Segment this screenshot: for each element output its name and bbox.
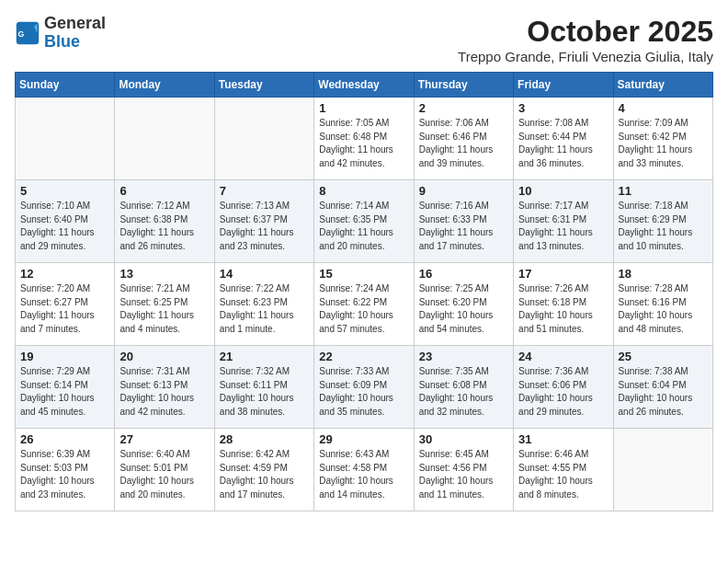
day-info: Sunrise: 6:39 AM Sunset: 5:03 PM Dayligh… (20, 448, 109, 501)
day-info: Sunrise: 7:08 AM Sunset: 6:44 PM Dayligh… (518, 117, 608, 170)
calendar-cell (214, 98, 313, 180)
calendar-cell: 31Sunrise: 6:46 AM Sunset: 4:55 PM Dayli… (514, 429, 613, 511)
day-info: Sunrise: 7:38 AM Sunset: 6:04 PM Dayligh… (619, 365, 708, 419)
day-number: 18 (619, 267, 708, 281)
day-number: 21 (220, 350, 309, 363)
day-info: Sunrise: 7:12 AM Sunset: 6:38 PM Dayligh… (119, 200, 209, 253)
calendar-cell: 16Sunrise: 7:25 AM Sunset: 6:20 PM Dayli… (414, 263, 513, 346)
calendar-cell: 30Sunrise: 6:45 AM Sunset: 4:56 PM Dayli… (414, 429, 513, 511)
day-info: Sunrise: 7:20 AM Sunset: 6:27 PM Dayligh… (20, 282, 109, 336)
calendar-cell: 14Sunrise: 7:22 AM Sunset: 6:23 PM Dayli… (214, 263, 313, 346)
day-number: 12 (20, 267, 109, 281)
day-number: 28 (220, 432, 309, 446)
day-number: 30 (419, 432, 508, 446)
day-info: Sunrise: 6:43 AM Sunset: 4:58 PM Dayligh… (319, 448, 408, 501)
calendar-cell: 2Sunrise: 7:06 AM Sunset: 6:46 PM Daylig… (414, 98, 513, 180)
day-number: 5 (20, 184, 109, 198)
month-title: October 2025 (458, 15, 713, 49)
day-number: 13 (119, 267, 209, 281)
calendar-cell: 4Sunrise: 7:09 AM Sunset: 6:42 PM Daylig… (613, 98, 712, 180)
day-number: 29 (319, 432, 408, 446)
day-number: 17 (518, 267, 608, 281)
day-info: Sunrise: 7:26 AM Sunset: 6:18 PM Dayligh… (518, 282, 608, 336)
day-info: Sunrise: 7:29 AM Sunset: 6:14 PM Dayligh… (20, 365, 109, 419)
day-info: Sunrise: 7:14 AM Sunset: 6:35 PM Dayligh… (319, 200, 408, 253)
calendar-cell: 12Sunrise: 7:20 AM Sunset: 6:27 PM Dayli… (16, 263, 115, 346)
day-number: 20 (119, 350, 209, 363)
calendar-cell: 20Sunrise: 7:31 AM Sunset: 6:13 PM Dayli… (115, 346, 214, 429)
day-info: Sunrise: 7:13 AM Sunset: 6:37 PM Dayligh… (220, 200, 309, 253)
calendar-cell: 3Sunrise: 7:08 AM Sunset: 6:44 PM Daylig… (514, 98, 613, 180)
calendar-cell: 9Sunrise: 7:16 AM Sunset: 6:33 PM Daylig… (414, 180, 513, 263)
day-info: Sunrise: 7:33 AM Sunset: 6:09 PM Dayligh… (319, 365, 408, 419)
calendar-cell: 21Sunrise: 7:32 AM Sunset: 6:11 PM Dayli… (214, 346, 313, 429)
weekday-header: Wednesday (314, 73, 414, 98)
calendar-cell (115, 98, 214, 180)
calendar-table: SundayMondayTuesdayWednesdayThursdayFrid… (15, 72, 713, 511)
day-info: Sunrise: 6:40 AM Sunset: 5:01 PM Dayligh… (119, 448, 209, 501)
day-info: Sunrise: 7:24 AM Sunset: 6:22 PM Dayligh… (319, 282, 408, 336)
day-info: Sunrise: 6:46 AM Sunset: 4:55 PM Dayligh… (518, 448, 608, 501)
day-number: 22 (319, 350, 408, 363)
location-title: Treppo Grande, Friuli Venezia Giulia, It… (458, 49, 713, 64)
calendar-week-row: 19Sunrise: 7:29 AM Sunset: 6:14 PM Dayli… (16, 346, 713, 429)
calendar-cell: 25Sunrise: 7:38 AM Sunset: 6:04 PM Dayli… (613, 346, 712, 429)
title-block: October 2025 Treppo Grande, Friuli Venez… (458, 15, 713, 64)
day-info: Sunrise: 7:05 AM Sunset: 6:48 PM Dayligh… (319, 117, 408, 170)
day-number: 6 (119, 184, 209, 198)
calendar-cell: 11Sunrise: 7:18 AM Sunset: 6:29 PM Dayli… (613, 180, 712, 263)
day-number: 9 (419, 184, 508, 198)
calendar-week-row: 5Sunrise: 7:10 AM Sunset: 6:40 PM Daylig… (16, 180, 713, 263)
logo-icon: G (15, 20, 40, 46)
day-info: Sunrise: 6:45 AM Sunset: 4:56 PM Dayligh… (419, 448, 508, 501)
calendar-cell (613, 429, 712, 511)
logo-text: General Blue (44, 15, 106, 52)
calendar-cell: 18Sunrise: 7:28 AM Sunset: 6:16 PM Dayli… (613, 263, 712, 346)
calendar-header-row: SundayMondayTuesdayWednesdayThursdayFrid… (16, 73, 713, 98)
calendar-week-row: 1Sunrise: 7:05 AM Sunset: 6:48 PM Daylig… (16, 98, 713, 180)
day-number: 14 (220, 267, 309, 281)
day-info: Sunrise: 7:09 AM Sunset: 6:42 PM Dayligh… (619, 117, 708, 170)
day-info: Sunrise: 7:06 AM Sunset: 6:46 PM Dayligh… (419, 117, 508, 170)
day-number: 24 (518, 350, 608, 363)
day-info: Sunrise: 7:31 AM Sunset: 6:13 PM Dayligh… (119, 365, 209, 419)
day-number: 1 (319, 101, 408, 115)
day-info: Sunrise: 7:17 AM Sunset: 6:31 PM Dayligh… (518, 200, 608, 253)
calendar-cell: 27Sunrise: 6:40 AM Sunset: 5:01 PM Dayli… (115, 429, 214, 511)
calendar-cell (16, 98, 115, 180)
calendar-cell: 22Sunrise: 7:33 AM Sunset: 6:09 PM Dayli… (314, 346, 414, 429)
day-number: 15 (319, 267, 408, 281)
day-number: 31 (518, 432, 608, 446)
day-info: Sunrise: 7:28 AM Sunset: 6:16 PM Dayligh… (619, 282, 708, 336)
weekday-header: Friday (514, 73, 613, 98)
page-header: G General Blue October 2025 Treppo Grand… (15, 15, 713, 64)
day-info: Sunrise: 7:36 AM Sunset: 6:06 PM Dayligh… (518, 365, 608, 419)
calendar-cell: 8Sunrise: 7:14 AM Sunset: 6:35 PM Daylig… (314, 180, 414, 263)
day-number: 26 (20, 432, 109, 446)
calendar-cell: 6Sunrise: 7:12 AM Sunset: 6:38 PM Daylig… (115, 180, 214, 263)
weekday-header: Monday (115, 73, 214, 98)
calendar-cell: 24Sunrise: 7:36 AM Sunset: 6:06 PM Dayli… (514, 346, 613, 429)
calendar-cell: 23Sunrise: 7:35 AM Sunset: 6:08 PM Dayli… (414, 346, 513, 429)
calendar-week-row: 26Sunrise: 6:39 AM Sunset: 5:03 PM Dayli… (16, 429, 713, 511)
day-number: 7 (220, 184, 309, 198)
calendar-cell: 7Sunrise: 7:13 AM Sunset: 6:37 PM Daylig… (214, 180, 313, 263)
calendar-cell: 26Sunrise: 6:39 AM Sunset: 5:03 PM Dayli… (16, 429, 115, 511)
day-number: 25 (619, 350, 708, 363)
day-info: Sunrise: 7:25 AM Sunset: 6:20 PM Dayligh… (419, 282, 508, 336)
day-info: Sunrise: 7:35 AM Sunset: 6:08 PM Dayligh… (419, 365, 508, 419)
day-number: 3 (518, 101, 608, 115)
day-info: Sunrise: 7:22 AM Sunset: 6:23 PM Dayligh… (220, 282, 309, 336)
calendar-cell: 17Sunrise: 7:26 AM Sunset: 6:18 PM Dayli… (514, 263, 613, 346)
day-info: Sunrise: 6:42 AM Sunset: 4:59 PM Dayligh… (220, 448, 309, 501)
weekday-header: Thursday (414, 73, 513, 98)
calendar-week-row: 12Sunrise: 7:20 AM Sunset: 6:27 PM Dayli… (16, 263, 713, 346)
calendar-cell: 13Sunrise: 7:21 AM Sunset: 6:25 PM Dayli… (115, 263, 214, 346)
calendar-cell: 29Sunrise: 6:43 AM Sunset: 4:58 PM Dayli… (314, 429, 414, 511)
day-number: 19 (20, 350, 109, 363)
day-number: 11 (619, 184, 708, 198)
day-info: Sunrise: 7:18 AM Sunset: 6:29 PM Dayligh… (619, 200, 708, 253)
day-number: 23 (419, 350, 508, 363)
day-info: Sunrise: 7:16 AM Sunset: 6:33 PM Dayligh… (419, 200, 508, 253)
calendar-cell: 15Sunrise: 7:24 AM Sunset: 6:22 PM Dayli… (314, 263, 414, 346)
